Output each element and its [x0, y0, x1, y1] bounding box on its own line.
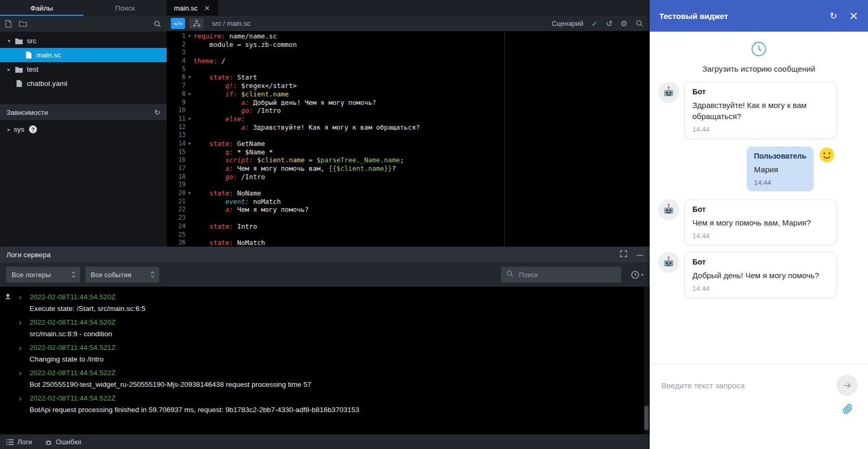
- logs-search-box[interactable]: [501, 267, 621, 282]
- code-line-21[interactable]: 21 event: noMatch: [167, 198, 650, 206]
- code-line-6[interactable]: 6▾ state: Start: [167, 73, 650, 82]
- tree-item-label: chatbot.yaml: [27, 80, 67, 87]
- code-view-button[interactable]: </>: [171, 18, 185, 29]
- attach-file-icon[interactable]: [842, 403, 853, 417]
- chat-input[interactable]: [660, 380, 830, 391]
- fold-icon[interactable]: ▾: [186, 32, 194, 41]
- expand-chevron-icon[interactable]: ›: [19, 367, 22, 379]
- chevron-down-icon[interactable]: ▾: [4, 38, 14, 44]
- tree-item-test[interactable]: ▸test: [0, 62, 167, 76]
- logs-filter-bar: Все логгеры Все события: [0, 262, 650, 287]
- refresh-dependencies-icon[interactable]: ↻: [154, 108, 160, 116]
- code-line-4[interactable]: 4theme: /: [167, 57, 650, 65]
- code-line-1[interactable]: 1▾require: name/name.sc: [167, 32, 650, 41]
- tree-item-src[interactable]: ▾src: [0, 34, 167, 48]
- chevron-right-icon[interactable]: ▸: [4, 66, 14, 72]
- status-errors-tab[interactable]: Ошибки: [45, 438, 81, 446]
- fold-icon[interactable]: ▾: [186, 140, 194, 148]
- fold-icon[interactable]: ▾: [186, 73, 194, 82]
- chat-message-bot: БотЧем я могу помочь вам, Мария?14:44: [658, 199, 860, 245]
- code-line-15[interactable]: 15 q: * $Name *: [167, 148, 650, 157]
- sidebar: Файлы Поиск: [0, 0, 167, 247]
- chevron-right-icon[interactable]: ▸: [4, 126, 14, 132]
- code-line-18[interactable]: 18 go: /Intro: [167, 173, 650, 181]
- user-avatar-icon: [818, 147, 836, 164]
- code-line-9[interactable]: 9 a: Добрый день! Чем я могу помочь?: [167, 99, 650, 107]
- code-line-5[interactable]: 5: [167, 65, 650, 74]
- revert-icon[interactable]: ↺: [606, 19, 613, 28]
- line-number: 25: [167, 231, 186, 239]
- visual-editor-button[interactable]: [189, 18, 204, 29]
- log-entry[interactable]: ›2022-02-08T11:44:54.520Zsrc/main.sc:8:9…: [0, 316, 650, 340]
- expand-chevron-icon[interactable]: ›: [19, 393, 22, 404]
- fold-icon[interactable]: ▾: [186, 189, 194, 198]
- new-folder-icon[interactable]: [19, 21, 27, 27]
- code-line-17[interactable]: 17 a: Чем я могу помочь вам, {{$client.n…: [167, 164, 650, 173]
- expand-chevron-icon[interactable]: ›: [19, 317, 22, 328]
- events-filter-dropdown[interactable]: Все события: [85, 267, 159, 282]
- logs-title: Логи сервера: [6, 251, 51, 259]
- code-line-14[interactable]: 14▾ state: GetName: [167, 140, 650, 148]
- settings-gear-icon[interactable]: ⚙: [621, 19, 628, 28]
- new-file-icon[interactable]: [5, 20, 12, 27]
- code-editor[interactable]: 1▾require: name/name.sc2 module = sys.zb…: [167, 31, 650, 247]
- expand-logs-icon[interactable]: [620, 250, 627, 259]
- code-line-16[interactable]: 16 script: $client.name = $parseTree._Na…: [167, 156, 650, 164]
- log-entry[interactable]: ›2022-02-08T11:44:54.522ZBotApi request …: [0, 392, 650, 416]
- help-icon[interactable]: ?: [29, 125, 37, 133]
- code-line-20[interactable]: 20▾ state: NoName: [167, 189, 650, 198]
- minimize-logs-icon[interactable]: —: [636, 250, 644, 259]
- logs-scrollbar[interactable]: [644, 287, 649, 434]
- dependency-item-sys[interactable]: ▸sys?: [0, 122, 167, 136]
- load-history-button[interactable]: Загрузить историю сообщений: [650, 32, 868, 74]
- tree-item-main.sc[interactable]: main.sc: [0, 48, 167, 62]
- log-entry[interactable]: ›2022-02-08T11:44:54.522ZBot 250555190-t…: [0, 367, 650, 391]
- code-line-3[interactable]: 3: [167, 48, 650, 57]
- editor-tab-main-sc[interactable]: main.sc ×: [167, 0, 218, 16]
- tab-search[interactable]: Поиск: [83, 0, 167, 16]
- code-line-12[interactable]: 12 a: Здравствуйте! Как я могу к вам обр…: [167, 123, 650, 132]
- fold-spacer: [186, 181, 194, 189]
- status-logs-tab[interactable]: Логи: [6, 438, 32, 446]
- message-text: Мария: [754, 164, 806, 175]
- code-line-19[interactable]: 19: [167, 181, 650, 189]
- fold-icon[interactable]: ▾: [186, 90, 194, 99]
- code-line-22[interactable]: 22 a: Чем я могу помочь?: [167, 206, 650, 214]
- message-time: 14:44: [692, 125, 828, 133]
- log-entry[interactable]: ›2022-02-08T11:44:54.521ZChanging state …: [0, 341, 650, 366]
- code-line-7[interactable]: 7 q!: $regex</start>: [167, 82, 650, 90]
- tab-files[interactable]: Файлы: [0, 0, 83, 16]
- code-line-2[interactable]: 2 module = sys.zb-common: [167, 41, 650, 49]
- line-number: 20: [167, 189, 186, 198]
- code-line-26[interactable]: 26 state: NoMatch: [167, 239, 650, 247]
- restart-widget-icon[interactable]: ↻: [830, 11, 837, 21]
- loggers-filter-dropdown[interactable]: Все логгеры: [6, 267, 80, 282]
- code-line-10[interactable]: 10 go: /Intro: [167, 106, 650, 115]
- expand-chevron-icon[interactable]: ›: [19, 291, 22, 303]
- search-in-code-icon[interactable]: [635, 19, 643, 27]
- code-line-13[interactable]: 13: [167, 131, 650, 140]
- time-filter-button[interactable]: ▾: [631, 270, 643, 279]
- expand-chevron-icon[interactable]: ›: [19, 342, 22, 354]
- log-entry[interactable]: ›2022-02-08T11:44:54.520ZExecute state: …: [0, 291, 650, 315]
- code-line-24[interactable]: 24 state: Intro: [167, 222, 650, 231]
- message-author: Бот: [692, 258, 828, 266]
- tree-item-chatbot.yaml[interactable]: chatbot.yaml: [0, 76, 167, 91]
- code-line-11[interactable]: 11▾ else:: [167, 115, 650, 123]
- loggers-filter-value: Все логгеры: [12, 271, 51, 279]
- code-line-25[interactable]: 25: [167, 231, 650, 239]
- close-widget-icon[interactable]: ×: [849, 10, 859, 22]
- search-files-icon[interactable]: [153, 20, 161, 28]
- code-line-23[interactable]: 23: [167, 214, 650, 222]
- test-widget: Тестовый виджет ↻ × Загрузить историю со…: [650, 0, 868, 449]
- publish-marker-icon[interactable]: [4, 292, 12, 304]
- code-line-8[interactable]: 8▾ if: $client.name: [167, 90, 650, 99]
- message-author: Бот: [692, 87, 828, 96]
- folder-icon: [14, 66, 24, 73]
- send-button[interactable]: [836, 375, 857, 396]
- logs-search-input[interactable]: [518, 270, 616, 279]
- close-tab-icon[interactable]: ×: [204, 4, 210, 12]
- fold-icon[interactable]: ▾: [186, 115, 194, 123]
- folder-icon: [14, 38, 24, 44]
- scrollbar-thumb[interactable]: [644, 406, 649, 430]
